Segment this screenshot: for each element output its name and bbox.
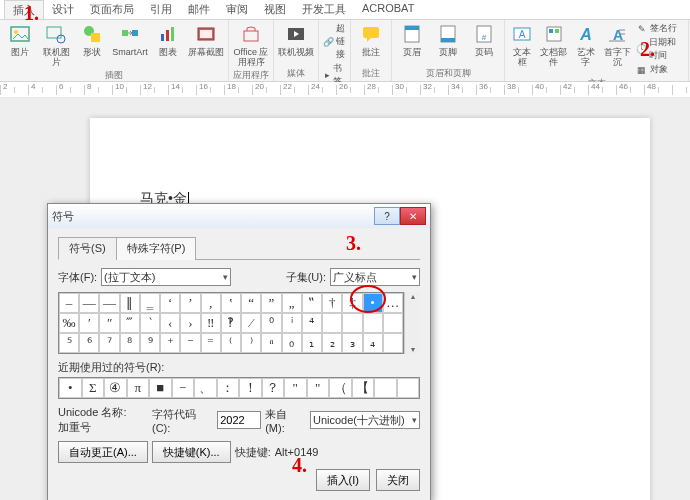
btn-comment[interactable]: 批注 (355, 22, 387, 58)
recent-symbol-cell[interactable]: − (172, 378, 195, 398)
symbol-cell[interactable]: ⁶ (79, 333, 99, 353)
symbol-cell[interactable]: ₂ (322, 333, 342, 353)
tab-mailings[interactable]: 邮件 (180, 0, 218, 19)
font-combo[interactable]: (拉丁文本) (101, 268, 231, 286)
symbol-cell[interactable]: ⁺ (160, 333, 180, 353)
btn-pagenum[interactable]: #页码 (468, 22, 500, 58)
btn-textbox[interactable]: A文本框 (509, 22, 535, 68)
symbol-cell[interactable] (383, 313, 403, 333)
recent-symbol-cell[interactable]: ？ (262, 378, 285, 398)
symbol-cell[interactable] (383, 333, 403, 353)
btn-online-video[interactable]: 联机视频 (278, 22, 314, 58)
symbol-cell[interactable]: ⁻ (180, 333, 200, 353)
recent-symbol-cell[interactable] (374, 378, 397, 398)
dialog-close-button[interactable]: ✕ (400, 207, 426, 225)
dialog-help-button[interactable]: ? (374, 207, 400, 225)
symbol-cell[interactable]: ‛ (221, 293, 241, 313)
symbol-cell[interactable]: ⁰ (261, 313, 281, 333)
tab-references[interactable]: 引用 (142, 0, 180, 19)
btn-picture[interactable]: 图片 (4, 22, 36, 58)
btn-chart[interactable]: 图表 (152, 22, 184, 58)
recent-symbol-cell[interactable]: 【 (352, 378, 375, 398)
tab-review[interactable]: 审阅 (218, 0, 256, 19)
dialog-tab-special[interactable]: 特殊字符(P) (116, 237, 197, 260)
close-button[interactable]: 关闭 (376, 469, 420, 491)
btn-signature[interactable]: ✎签名行 (636, 22, 684, 35)
recent-symbol-cell[interactable]: " (284, 378, 307, 398)
symbol-cell[interactable]: ‚ (201, 293, 221, 313)
symbol-cell[interactable]: ⁷ (99, 333, 119, 353)
recent-symbol-cell[interactable]: （ (329, 378, 352, 398)
tab-acrobat[interactable]: ACROBAT (354, 0, 422, 19)
dialog-titlebar[interactable]: 符号 ? ✕ (48, 204, 430, 228)
tab-design[interactable]: 设计 (44, 0, 82, 19)
symbol-cell[interactable]: ⁿ (261, 333, 281, 353)
recent-symbol-cell[interactable]: π (127, 378, 150, 398)
recent-symbol-cell[interactable]: Σ (82, 378, 105, 398)
symbol-cell[interactable]: ₄ (363, 333, 383, 353)
symbol-cell[interactable]: ― (99, 293, 119, 313)
symbol-cell[interactable]: ″ (99, 313, 119, 333)
grid-scrollbar[interactable]: ▴▾ (404, 292, 420, 354)
symbol-cell[interactable]: † (322, 293, 342, 313)
dialog-tab-symbols[interactable]: 符号(S) (58, 237, 117, 260)
symbol-cell[interactable]: „ (282, 293, 302, 313)
recent-symbol-cell[interactable]: • (59, 378, 82, 398)
btn-hyperlink[interactable]: 🔗超链接 (323, 22, 346, 61)
symbol-cell[interactable]: ‹ (160, 313, 180, 333)
from-combo[interactable]: Unicode(十六进制) (310, 411, 420, 429)
symbol-cell[interactable]: ₃ (342, 333, 362, 353)
symbol-cell[interactable]: ‵ (140, 313, 160, 333)
btn-smartart[interactable]: SmartArt (112, 22, 148, 58)
btn-object[interactable]: ▦对象 (636, 63, 684, 76)
recent-symbol-cell[interactable]: ！ (239, 378, 262, 398)
symbol-cell[interactable]: ‡ (342, 293, 362, 313)
symbol-cell[interactable]: ⁄ (241, 313, 261, 333)
symbol-cell[interactable]: ⁸ (120, 333, 140, 353)
symbol-cell[interactable]: … (383, 293, 403, 313)
horizontal-ruler[interactable]: 2468101214161820222426283032343638404244… (0, 82, 690, 98)
symbol-cell[interactable]: ′ (79, 313, 99, 333)
tab-insert[interactable]: 插入 (4, 0, 44, 19)
symbol-cell[interactable]: ‰ (59, 313, 79, 333)
symbol-cell[interactable]: ⁼ (201, 333, 221, 353)
recent-symbol-cell[interactable]: ④ (104, 378, 127, 398)
charcode-input[interactable] (217, 411, 261, 429)
insert-button[interactable]: 插入(I) (316, 469, 370, 491)
symbol-cell[interactable]: • (363, 293, 383, 313)
symbol-cell[interactable]: — (79, 293, 99, 313)
symbol-cell[interactable]: ‼ (201, 313, 221, 333)
symbol-cell[interactable]: ⁵ (59, 333, 79, 353)
autocorrect-button[interactable]: 自动更正(A)... (58, 441, 148, 463)
tab-developer[interactable]: 开发工具 (294, 0, 354, 19)
symbol-cell[interactable]: ₀ (282, 333, 302, 353)
symbol-cell[interactable]: ” (261, 293, 281, 313)
symbol-cell[interactable]: ‘ (160, 293, 180, 313)
recent-symbol-cell[interactable]: ■ (149, 378, 172, 398)
btn-screenshot[interactable]: 屏幕截图 (188, 22, 224, 58)
tab-view[interactable]: 视图 (256, 0, 294, 19)
subset-combo[interactable]: 广义标点 (330, 268, 420, 286)
symbol-cell[interactable] (322, 313, 342, 333)
recent-symbol-cell[interactable]: " (307, 378, 330, 398)
symbol-cell[interactable]: › (180, 313, 200, 333)
symbol-cell[interactable]: ⁴ (302, 313, 322, 333)
btn-online-picture[interactable]: 联机图片 (40, 22, 72, 68)
btn-datetime[interactable]: 🕓日期和时间 (636, 36, 684, 62)
symbol-cell[interactable]: ⁾ (241, 333, 261, 353)
recent-symbol-cell[interactable]: 、 (194, 378, 217, 398)
btn-wordart[interactable]: A艺术字 (572, 22, 598, 68)
shortcutkey-button[interactable]: 快捷键(K)... (152, 441, 231, 463)
symbol-cell[interactable]: ⁽ (221, 333, 241, 353)
symbol-cell[interactable] (342, 313, 362, 333)
recent-symbol-cell[interactable]: ： (217, 378, 240, 398)
symbol-cell[interactable]: ‽ (221, 313, 241, 333)
symbol-cell[interactable]: “ (241, 293, 261, 313)
symbol-cell[interactable]: ‴ (120, 313, 140, 333)
symbol-cell[interactable]: ⁱ (282, 313, 302, 333)
btn-office-apps[interactable]: Office 应用程序 (233, 22, 269, 68)
btn-dropcap[interactable]: A首字下沉 (603, 22, 632, 68)
btn-header[interactable]: 页眉 (396, 22, 428, 58)
symbol-cell[interactable]: ₁ (302, 333, 322, 353)
symbol-cell[interactable]: ⁹ (140, 333, 160, 353)
